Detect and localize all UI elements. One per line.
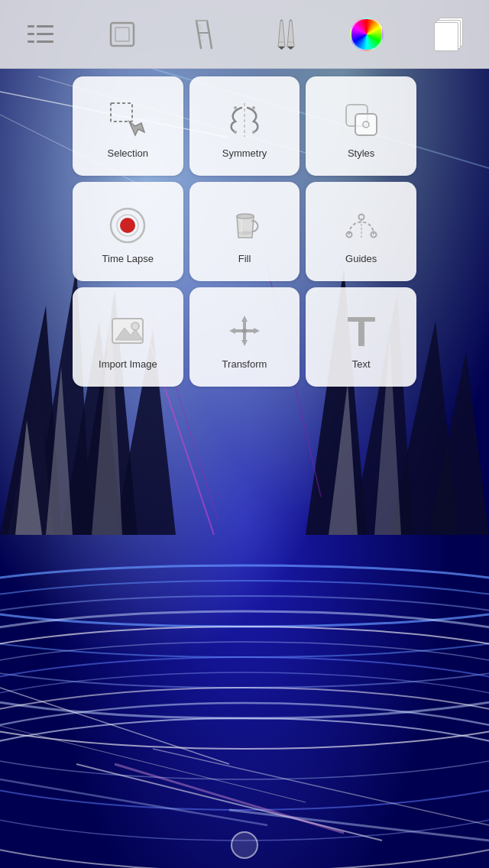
svg-point-70 <box>252 131 255 134</box>
canvas-icon <box>108 21 136 48</box>
import-image-icon <box>108 311 147 351</box>
svg-marker-60 <box>287 21 294 47</box>
pencil-button[interactable] <box>262 11 308 57</box>
svg-point-68 <box>234 131 237 134</box>
tools-grid: Selection Symmetry <box>0 76 489 387</box>
styles-label: Styles <box>348 147 374 159</box>
toolbar <box>0 0 489 69</box>
svg-point-86 <box>131 322 139 330</box>
svg-marker-62 <box>287 47 294 50</box>
svg-rect-72 <box>355 114 377 135</box>
fill-icon <box>225 206 264 245</box>
svg-line-48 <box>196 21 201 48</box>
transform-icon-area <box>222 308 267 354</box>
transform-tool[interactable]: Transform <box>189 287 300 387</box>
fill-tool[interactable]: Fill <box>189 182 300 281</box>
svg-point-75 <box>120 218 135 233</box>
time-lapse-label: Time Lapse <box>102 253 154 264</box>
symmetry-icon <box>225 100 264 140</box>
svg-rect-42 <box>28 33 34 35</box>
svg-point-69 <box>252 106 255 109</box>
symmetry-icon-area <box>222 97 267 143</box>
svg-marker-93 <box>254 328 260 334</box>
pages-icon <box>434 18 463 51</box>
svg-line-35 <box>76 764 382 840</box>
svg-rect-44 <box>28 40 34 43</box>
svg-rect-92 <box>235 329 243 332</box>
svg-marker-57 <box>280 19 283 21</box>
text-icon-area <box>338 308 384 354</box>
svg-point-82 <box>358 214 364 219</box>
svg-line-39 <box>115 764 344 833</box>
svg-marker-58 <box>278 47 285 50</box>
svg-point-95 <box>242 329 247 333</box>
svg-rect-88 <box>243 322 246 329</box>
svg-rect-43 <box>37 33 53 35</box>
transform-icon <box>225 311 264 351</box>
ruler-icon <box>190 19 218 50</box>
time-lapse-tool[interactable]: Time Lapse <box>73 182 183 281</box>
list-button[interactable] <box>18 11 63 57</box>
selection-tool[interactable]: Selection <box>73 76 183 176</box>
svg-line-49 <box>207 21 212 48</box>
svg-rect-45 <box>37 40 53 43</box>
svg-line-34 <box>0 726 306 802</box>
color-button[interactable] <box>344 11 390 57</box>
time-lapse-icon-area <box>105 202 151 248</box>
color-wheel-icon <box>350 18 384 51</box>
symmetry-tool[interactable]: Symmetry <box>189 76 300 176</box>
fill-label: Fill <box>238 253 251 264</box>
guides-icon-area <box>338 202 384 248</box>
svg-marker-56 <box>278 21 285 47</box>
canvas-button[interactable] <box>99 11 145 57</box>
svg-point-67 <box>234 106 237 109</box>
text-label: Text <box>352 358 371 370</box>
svg-marker-87 <box>241 316 248 322</box>
svg-marker-61 <box>290 19 292 21</box>
guides-label: Guides <box>345 253 377 264</box>
svg-rect-64 <box>111 103 132 121</box>
symmetry-label: Symmetry <box>222 147 267 159</box>
list-icon <box>28 23 53 46</box>
svg-rect-97 <box>358 322 364 346</box>
styles-icon <box>342 100 381 140</box>
svg-rect-46 <box>111 23 134 46</box>
pencil-icon <box>270 19 300 50</box>
pages-button[interactable] <box>426 11 471 57</box>
home-indicator[interactable] <box>231 831 258 859</box>
import-image-label: Import Image <box>99 358 157 370</box>
svg-rect-41 <box>37 25 53 28</box>
fill-icon-area <box>222 202 267 248</box>
svg-marker-65 <box>129 121 144 135</box>
import-image-icon-area <box>105 308 151 354</box>
text-tool[interactable]: Text <box>306 287 416 387</box>
styles-icon-area <box>338 97 384 143</box>
svg-rect-94 <box>246 329 254 332</box>
selection-icon <box>108 100 147 140</box>
ruler-button[interactable] <box>181 11 227 57</box>
svg-point-77 <box>237 214 254 219</box>
styles-tool[interactable]: Styles <box>306 76 416 176</box>
svg-rect-47 <box>115 28 129 41</box>
time-lapse-icon <box>108 206 147 245</box>
svg-rect-40 <box>28 25 34 28</box>
svg-rect-96 <box>348 317 375 322</box>
guides-icon <box>342 206 381 245</box>
transform-label: Transform <box>222 358 267 370</box>
svg-rect-90 <box>243 332 246 340</box>
selection-icon-area <box>105 97 151 143</box>
svg-point-78 <box>238 231 252 235</box>
guides-tool[interactable]: Guides <box>306 182 416 281</box>
selection-label: Selection <box>108 147 148 159</box>
svg-line-33 <box>0 688 229 764</box>
import-image-tool[interactable]: Import Image <box>73 287 183 387</box>
svg-marker-89 <box>241 340 248 346</box>
svg-marker-91 <box>229 328 235 334</box>
text-icon <box>342 311 381 351</box>
